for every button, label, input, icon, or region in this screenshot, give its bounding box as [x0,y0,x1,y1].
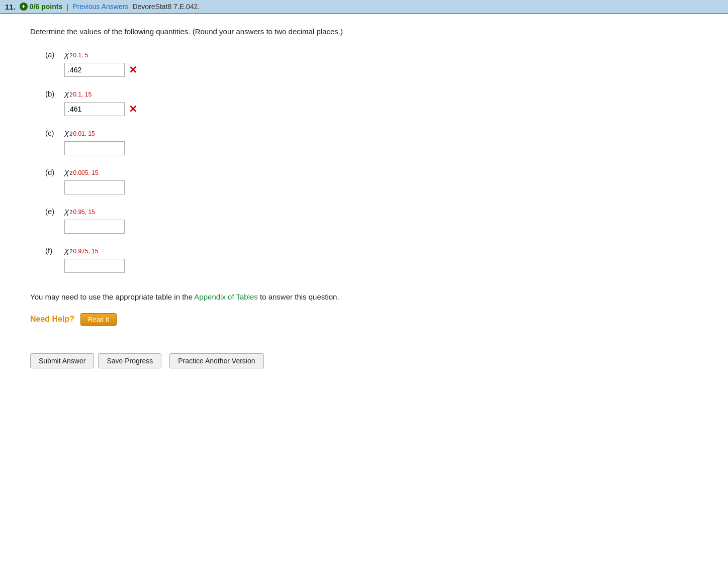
part-c-label-row: (c) χ20.01, 15 [45,128,713,138]
main-content: Determine the values of the following qu… [0,14,728,378]
points-badge: + 0/6 points [20,3,62,11]
part-c-input[interactable] [64,141,125,155]
part-f-label-row: (f) χ20.975, 15 [45,246,713,256]
chi-symbol-d: χ [64,167,69,177]
practice-another-version-button[interactable]: Practice Another Version [169,353,263,368]
chi-symbol-f: χ [64,246,69,256]
footnote-after: to answer this question. [258,292,339,301]
part-b-label-row: (b) χ20.1, 15 [45,89,713,99]
bottom-buttons: Submit Answer Save Progress Practice Ano… [30,346,713,368]
part-f-chi-expression: χ20.975, 15 [64,246,98,256]
part-f-letter: (f) [45,246,59,255]
footnote-before: You may need to use the appropriate tabl… [30,292,194,301]
chi-symbol-c: χ [64,128,69,138]
part-b-input-row: ✕ [64,102,713,116]
part-f: (f) χ20.975, 15 [45,246,713,273]
part-c-chi-expression: χ20.01, 15 [64,128,95,138]
points-text: 0/6 points [30,3,62,11]
part-d-chi-expression: χ20.005, 15 [64,167,98,177]
chi-symbol-a: χ [64,50,69,60]
source-text: DevoreStat8 7.E.042. [132,3,200,11]
save-progress-button[interactable]: Save Progress [98,353,161,368]
part-d-input[interactable] [64,180,125,194]
part-a-label-row: (a) χ20.1, 5 [45,50,713,60]
part-c-input-row [64,141,713,155]
part-f-input-row [64,259,713,273]
footnote-text: You may need to use the appropriate tabl… [30,291,713,303]
chi-symbol-b: χ [64,89,69,99]
question-text: Determine the values of the following qu… [30,26,713,38]
parts-container: (a) χ20.1, 5 ✕ (b) χ20.1, 15 ✕ [45,50,713,273]
part-e-chi-expression: χ20.95, 15 [64,207,95,217]
header-bar: 11. + 0/6 points | Previous Answers Devo… [0,0,728,14]
part-b-wrong-icon: ✕ [129,104,137,114]
chi-symbol-e: χ [64,207,69,217]
need-help-label: Need Help? [30,315,74,324]
part-d-label-row: (d) χ20.005, 15 [45,167,713,177]
previous-answers-link[interactable]: Previous Answers [72,3,128,11]
plus-icon: + [20,3,28,11]
part-f-input[interactable] [64,259,125,273]
question-number: 11. [5,3,16,11]
part-a-wrong-icon: ✕ [129,65,137,75]
part-e-label-row: (e) χ20.95, 15 [45,207,713,217]
part-e: (e) χ20.95, 15 [45,207,713,234]
part-a-input[interactable] [64,63,125,77]
separator: | [66,3,68,11]
part-a-letter: (a) [45,50,59,59]
need-help-row: Need Help? Read It [30,313,713,326]
part-b-letter: (b) [45,89,59,98]
part-a-input-row: ✕ [64,63,713,77]
part-b-chi-expression: χ20.1, 15 [64,89,92,99]
part-b: (b) χ20.1, 15 ✕ [45,89,713,116]
read-it-button[interactable]: Read It [80,313,117,326]
part-b-input[interactable] [64,102,125,116]
part-c: (c) χ20.01, 15 [45,128,713,155]
part-e-letter: (e) [45,207,59,216]
part-d: (d) χ20.005, 15 [45,167,713,194]
part-c-letter: (c) [45,129,59,137]
submit-answer-button[interactable]: Submit Answer [30,353,94,368]
part-d-input-row [64,180,713,194]
part-d-letter: (d) [45,168,59,176]
part-e-input[interactable] [64,220,125,234]
part-a-chi-expression: χ20.1, 5 [64,50,88,60]
part-e-input-row [64,220,713,234]
appendix-link[interactable]: Appendix of Tables [194,292,257,301]
part-a: (a) χ20.1, 5 ✕ [45,50,713,77]
